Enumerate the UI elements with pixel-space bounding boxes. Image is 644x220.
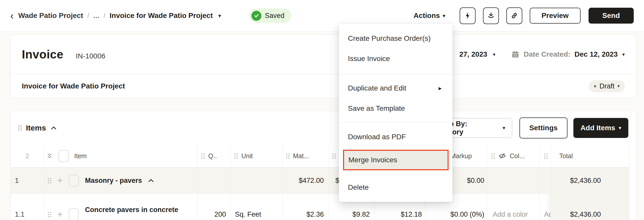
menu-item-label: Duplicate and Edit [348,84,406,92]
expand-all-icon[interactable] [46,152,53,160]
saved-label: Saved [265,12,285,20]
menu-item-label: Download as PDF [348,133,406,141]
breadcrumb-caret-icon[interactable]: ▾ [219,13,221,18]
clipped-cell[interactable]: Add [539,194,551,220]
preview-button[interactable]: Preview [530,8,581,24]
color-column-header: Col... [488,145,539,167]
status-dot-icon [594,85,596,87]
menu-item-create-purchase-orders[interactable]: Create Purchase Order(s) [339,28,452,48]
breadcrumb-root[interactable]: Wade Patio Project [18,12,83,20]
saved-check-icon [251,11,261,21]
item-name[interactable]: Concrete pavers in concrete [85,206,178,214]
color-column-label: Col... [510,152,525,160]
invoice-summary-card: Invoice IN-10006 27, 2023 ▾ Date Created… [10,35,636,98]
page-title: Invoice [22,47,63,61]
status-label: Draft [599,82,614,90]
actions-menu-trigger[interactable]: Actions ▾ [413,12,445,20]
quantity-cell[interactable]: 200 [198,194,231,220]
date-created-value[interactable]: Dec 12, 2023 [574,50,618,58]
items-collapse-icon[interactable] [51,126,57,130]
menu-item-save-as-template[interactable]: Save as Template [339,98,452,118]
calendar-icon [511,50,519,58]
color-placeholder-cell[interactable]: Add a color [488,194,539,220]
menu-item-label: Save as Template [348,104,405,113]
send-button[interactable]: Send [589,8,634,24]
quantity-cell[interactable] [198,167,231,194]
color-cell[interactable] [488,167,539,194]
menu-item-issue-invoice[interactable]: Issue Invoice [339,48,452,69]
column-drag-handle-icon[interactable] [544,153,547,159]
items-drag-handle-icon[interactable] [18,125,22,131]
select-all-checkbox[interactable] [59,150,69,162]
settings-label: Settings [529,124,557,132]
menu-item-delete[interactable]: Delete [339,177,452,197]
add-row-icon[interactable]: + [57,210,63,219]
status-badge[interactable]: Draft ▾ [589,80,625,92]
markup-column-label: Markup [450,152,472,160]
add-items-caret-icon: ▾ [619,126,621,130]
menu-item-duplicate-and-edit[interactable]: Duplicate and Edit ▸ [339,78,452,98]
date-created-caret-icon[interactable]: ▾ [622,52,625,57]
menu-item-label: Merge Invoices [348,156,397,164]
quick-actions-button[interactable] [460,7,476,24]
menu-divider [339,123,452,123]
column-drag-handle-icon[interactable] [201,153,205,159]
total-cell: $2,436.00 [551,167,629,194]
row-checkbox[interactable] [69,175,79,187]
due-date-value[interactable]: 27, 2023 [459,50,487,58]
menu-item-label: Issue Invoice [348,55,390,63]
group-by-caret-icon: ▾ [503,126,505,130]
submenu-arrow-icon: ▸ [439,85,442,92]
eye-off-icon[interactable] [498,152,506,159]
actions-dropdown-menu: Create Purchase Order(s) Issue Invoice D… [339,24,452,202]
clipped-cell [539,167,551,194]
item-column-label: Item [74,152,87,160]
saved-status-badge: Saved [249,8,291,23]
settings-button[interactable]: Settings [519,117,567,138]
total-cell: $2,436.00 [551,194,629,220]
material-cost-cell[interactable]: $2.36 [282,194,329,220]
breadcrumb: ‹ Wade Patio Project / ... / Invoice for… [10,11,221,21]
breadcrumb-separator: / [87,12,89,20]
invoice-name[interactable]: Invoice for Wade Patio Project [22,82,125,90]
items-card: Items Group By: Category ▾ Settings Add … [10,111,636,220]
material-cost-cell[interactable]: $472.00 [282,167,329,194]
category-name[interactable]: Masonry - pavers [85,177,142,185]
category-collapse-icon[interactable] [148,179,154,182]
add-items-button[interactable]: Add Items ▾ [573,118,628,138]
row-drag-handle-icon[interactable] [48,178,51,183]
breadcrumb-separator: / [103,12,106,20]
actions-caret-icon: ▾ [443,13,445,18]
items-header: Items Group By: Category ▾ Settings Add … [11,111,636,145]
breadcrumb-ellipsis[interactable]: ... [93,12,99,20]
row-drag-handle-icon[interactable] [48,212,51,217]
copy-link-button[interactable] [506,7,522,24]
preview-label: Preview [542,12,569,20]
download-button[interactable] [483,7,499,24]
menu-item-merge-invoices[interactable]: Merge Invoices [343,150,449,170]
column-drag-handle-icon[interactable] [332,153,336,159]
due-date-caret-icon[interactable]: ▾ [493,52,496,57]
column-drag-handle-icon[interactable] [491,153,495,159]
quantity-column-header: Q.. [198,145,231,167]
item-column-header: Item [44,145,198,167]
unit-cell[interactable] [231,167,282,194]
breadcrumb-current[interactable]: Invoice for Wade Patio Project [110,12,213,20]
table-row-category: 1 + Masonry - pavers $472.00 $1,964.00 $… [11,167,629,194]
back-chevron-icon[interactable]: ‹ [10,11,14,21]
row-checkbox[interactable] [69,208,79,220]
clipped-column-header [539,145,551,167]
add-row-icon[interactable]: + [57,176,63,185]
column-drag-handle-icon[interactable] [286,153,289,159]
download-icon [487,12,495,19]
menu-divider [339,74,452,75]
column-drag-handle-icon[interactable] [234,153,238,159]
unit-cell[interactable]: Sq. Feet [231,194,282,220]
row-count-header: 2 [11,145,44,167]
status-caret-icon: ▾ [618,84,620,88]
quantity-column-label: Q.. [208,152,217,160]
items-title: Items [26,124,46,132]
menu-item-download-as-pdf[interactable]: Download as PDF [339,127,452,147]
send-label: Send [602,12,620,20]
line-item-cell: + Concrete pavers in concrete Add a desc… [44,194,198,220]
